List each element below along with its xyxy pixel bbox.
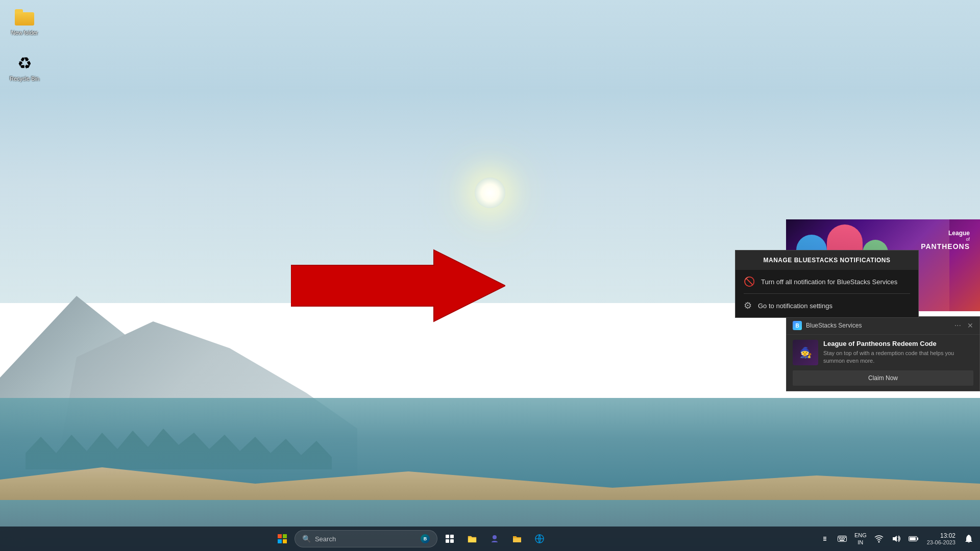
tray-chevron[interactable] xyxy=(818,532,832,546)
notif-thumbnail: 🧙 xyxy=(793,340,818,365)
svg-rect-7 xyxy=(513,538,521,542)
manage-popup-title: MANAGE BLUESTACKS NOTIFICATIONS xyxy=(736,251,918,270)
wifi-icon[interactable] xyxy=(872,532,886,546)
system-clock[interactable]: 13:02 23-06-2023 xyxy=(924,531,959,546)
svg-rect-5 xyxy=(468,538,476,542)
svg-rect-14 xyxy=(845,537,846,538)
desktop: New folder ♻ Recycle Bin League of PANTH… xyxy=(0,0,980,551)
battery-icon[interactable] xyxy=(906,532,921,546)
notification-footer: Claim Now xyxy=(787,370,979,391)
svg-rect-11 xyxy=(840,537,841,538)
task-view-button[interactable] xyxy=(439,529,460,549)
svg-rect-19 xyxy=(840,540,844,541)
svg-rect-15 xyxy=(839,538,840,539)
notif-app-name: BlueStacks Services xyxy=(806,322,950,329)
settings-icon: ⚙ xyxy=(744,300,752,311)
folder-label: New folder xyxy=(6,30,43,36)
svg-rect-3 xyxy=(446,539,449,543)
notification-header: B BlueStacks Services ··· ✕ xyxy=(787,317,979,335)
file-explorer-button[interactable] xyxy=(462,529,482,549)
claim-now-button[interactable]: Claim Now xyxy=(793,370,973,386)
svg-point-20 xyxy=(878,541,879,543)
desktop-icon-recycle-bin[interactable]: ♻ Recycle Bin xyxy=(4,51,45,84)
search-icon: 🔍 xyxy=(302,535,311,543)
svg-rect-17 xyxy=(842,538,843,539)
volume-icon[interactable] xyxy=(889,532,903,546)
clock-time: 13:02 xyxy=(927,532,955,539)
svg-rect-2 xyxy=(450,535,454,538)
search-label: Search xyxy=(315,535,336,543)
recycle-bin-label: Recycle Bin xyxy=(6,76,43,82)
clock-date: 23-06-2023 xyxy=(927,539,955,545)
bing-icon: B xyxy=(421,534,430,543)
taskbar: 🔍 Search B xyxy=(0,527,980,551)
notif-close-button[interactable]: ✕ xyxy=(967,321,973,330)
svg-rect-18 xyxy=(844,538,845,539)
teams-button[interactable] xyxy=(484,529,505,549)
svg-point-6 xyxy=(493,535,497,539)
folder-icon xyxy=(14,7,35,28)
svg-rect-10 xyxy=(839,537,840,538)
folder-button[interactable] xyxy=(507,529,527,549)
taskbar-center: 🔍 Search B xyxy=(8,529,814,549)
keyboard-icon[interactable] xyxy=(835,532,849,546)
turn-off-label: Turn off all notification for BlueStacks… xyxy=(761,278,897,286)
bluestacks-app-icon: B xyxy=(793,321,802,330)
notif-content: League of Pantheons Redeem Code Stay on … xyxy=(823,340,973,365)
svg-rect-23 xyxy=(910,537,916,540)
svg-rect-22 xyxy=(917,538,918,540)
goto-settings-label: Go to notification settings xyxy=(758,302,832,310)
browser-button[interactable] xyxy=(529,529,550,549)
taskbar-search[interactable]: 🔍 Search B xyxy=(295,530,437,547)
notification-bell[interactable] xyxy=(962,532,976,546)
svg-rect-16 xyxy=(841,538,842,539)
svg-rect-1 xyxy=(446,535,449,538)
svg-rect-4 xyxy=(450,539,454,543)
notification-body: 🧙 League of Pantheons Redeem Code Stay o… xyxy=(787,335,979,370)
language-indicator[interactable]: ENG IN xyxy=(852,531,869,547)
desktop-icon-new-folder[interactable]: New folder xyxy=(4,5,45,38)
notif-title: League of Pantheons Redeem Code xyxy=(823,340,973,347)
recycle-bin-icon: ♻ xyxy=(14,53,35,73)
notif-body-text: Stay on top of with a redemption code th… xyxy=(823,349,973,365)
manage-bluestacks-popup: MANAGE BLUESTACKS NOTIFICATIONS 🚫 Turn o… xyxy=(735,250,919,318)
svg-rect-12 xyxy=(842,537,843,538)
turn-off-icon: 🚫 xyxy=(744,276,755,287)
svg-rect-13 xyxy=(843,537,844,538)
windows-start-button[interactable] xyxy=(272,529,292,549)
lop-banner-title: League of PANTHEONS xyxy=(921,230,970,251)
svg-marker-0 xyxy=(291,250,505,321)
windows-logo xyxy=(278,534,287,543)
sun xyxy=(475,178,505,208)
goto-settings-item[interactable]: ⚙ Go to notification settings xyxy=(736,294,918,317)
red-arrow xyxy=(291,245,505,329)
turn-off-notifications-item[interactable]: 🚫 Turn off all notification for BlueStac… xyxy=(736,270,918,293)
notification-card: B BlueStacks Services ··· ✕ 🧙 League of … xyxy=(786,316,980,391)
notif-more-button[interactable]: ··· xyxy=(954,321,961,330)
taskbar-right: ENG IN xyxy=(814,531,980,547)
